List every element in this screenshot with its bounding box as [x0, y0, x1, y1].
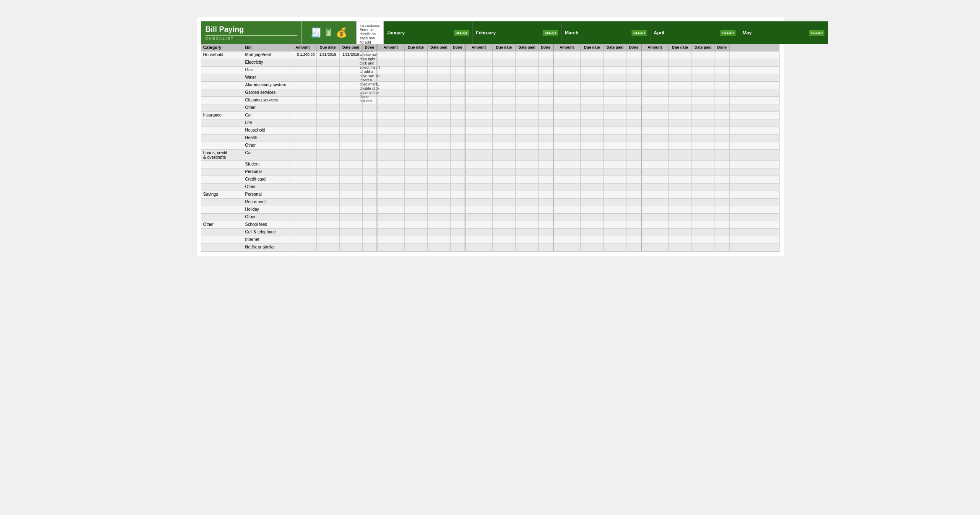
- cell-apr-datepaid[interactable]: [604, 104, 627, 111]
- cell-apr-datepaid[interactable]: [604, 67, 627, 74]
- cell-may-datepaid[interactable]: [692, 214, 715, 221]
- cell-apr-datepaid[interactable]: [604, 236, 627, 243]
- cell-feb-datepaid[interactable]: [428, 97, 451, 104]
- cell-apr-duedate[interactable]: [581, 135, 604, 142]
- cell-apr-done[interactable]: [627, 191, 642, 198]
- cell-may-datepaid[interactable]: [692, 191, 715, 198]
- cell-feb-done[interactable]: [451, 52, 465, 59]
- cell-feb-amount[interactable]: [377, 97, 405, 104]
- cell-may-amount[interactable]: [642, 89, 669, 96]
- cell-mar-datepaid[interactable]: [516, 184, 539, 191]
- cell-jan-done[interactable]: [363, 244, 377, 251]
- cell-apr-datepaid[interactable]: [604, 229, 627, 236]
- cell-jan-duedate[interactable]: [317, 161, 340, 168]
- cell-apr-duedate[interactable]: [581, 112, 604, 119]
- cell-apr-done[interactable]: [627, 214, 642, 221]
- cell-mar-done[interactable]: [539, 199, 554, 206]
- cell-may-duedate[interactable]: [669, 206, 692, 213]
- cell-may-amount[interactable]: [642, 52, 669, 59]
- cell-feb-amount[interactable]: [377, 104, 405, 111]
- cell-may-amount[interactable]: [642, 82, 669, 89]
- cell-feb-done[interactable]: [451, 214, 465, 221]
- cell-may-amount[interactable]: [642, 67, 669, 74]
- cell-mar-amount[interactable]: [465, 161, 493, 168]
- cell-mar-datepaid[interactable]: [516, 52, 539, 59]
- cell-mar-duedate[interactable]: [493, 199, 516, 206]
- cell-apr-done[interactable]: [627, 184, 642, 191]
- cell-jan-datepaid[interactable]: [340, 236, 363, 243]
- cell-jan-datepaid[interactable]: [340, 214, 363, 221]
- cell-may-datepaid[interactable]: [692, 244, 715, 251]
- cell-jan-datepaid[interactable]: [340, 67, 363, 74]
- cell-mar-amount[interactable]: [465, 214, 493, 221]
- cell-jan-duedate[interactable]: [317, 112, 340, 119]
- cell-may-done[interactable]: [715, 214, 730, 221]
- cell-feb-datepaid[interactable]: [428, 52, 451, 59]
- cell-category[interactable]: [201, 104, 243, 111]
- cell-may-done[interactable]: [715, 112, 730, 119]
- cell-apr-done[interactable]: [627, 221, 642, 228]
- cell-feb-datepaid[interactable]: [428, 82, 451, 89]
- cell-mar-datepaid[interactable]: [516, 191, 539, 198]
- cell-feb-done[interactable]: [451, 97, 465, 104]
- cell-mar-datepaid[interactable]: [516, 199, 539, 206]
- cell-mar-amount[interactable]: [465, 221, 493, 228]
- cell-feb-datepaid[interactable]: [428, 67, 451, 74]
- cell-may-datepaid[interactable]: [692, 221, 715, 228]
- cell-feb-datepaid[interactable]: [428, 184, 451, 191]
- cell-feb-duedate[interactable]: [405, 67, 428, 74]
- cell-jan-datepaid[interactable]: [340, 142, 363, 149]
- cell-apr-done[interactable]: [627, 59, 642, 66]
- cell-apr-datepaid[interactable]: [604, 59, 627, 66]
- cell-mar-amount[interactable]: [465, 67, 493, 74]
- cell-jan-amount[interactable]: [289, 67, 317, 74]
- cell-may-done[interactable]: [715, 244, 730, 251]
- cell-feb-amount[interactable]: [377, 59, 405, 66]
- cell-jan-duedate[interactable]: [317, 229, 340, 236]
- cell-feb-done[interactable]: [451, 184, 465, 191]
- cell-feb-amount[interactable]: [377, 89, 405, 96]
- cell-mar-done[interactable]: [539, 176, 554, 183]
- cell-feb-duedate[interactable]: [405, 236, 428, 243]
- cell-apr-done[interactable]: [627, 112, 642, 119]
- cell-may-done[interactable]: [715, 142, 730, 149]
- cell-mar-amount[interactable]: [465, 127, 493, 134]
- cell-feb-duedate[interactable]: [405, 119, 428, 127]
- cell-mar-duedate[interactable]: [493, 184, 516, 191]
- cell-may-duedate[interactable]: [669, 52, 692, 59]
- cell-jan-datepaid[interactable]: [340, 184, 363, 191]
- cell-feb-amount[interactable]: [377, 244, 405, 251]
- cell-apr-done[interactable]: [627, 142, 642, 149]
- cell-may-duedate[interactable]: [669, 97, 692, 104]
- cell-jan-done[interactable]: [363, 104, 377, 111]
- cell-may-datepaid[interactable]: [692, 236, 715, 243]
- cell-mar-done[interactable]: [539, 97, 554, 104]
- cell-mar-datepaid[interactable]: [516, 176, 539, 183]
- cell-may-datepaid[interactable]: [692, 168, 715, 176]
- cell-apr-amount[interactable]: [554, 161, 581, 168]
- cell-apr-done[interactable]: [627, 82, 642, 89]
- cell-jan-datepaid[interactable]: [340, 74, 363, 81]
- cell-feb-done[interactable]: [451, 82, 465, 89]
- cell-apr-done[interactable]: [627, 206, 642, 213]
- cell-jan-amount[interactable]: [289, 168, 317, 176]
- cell-may-done[interactable]: [715, 82, 730, 89]
- cell-category[interactable]: [201, 119, 243, 127]
- cell-feb-done[interactable]: [451, 199, 465, 206]
- cell-may-amount[interactable]: [642, 119, 669, 127]
- cell-may-duedate[interactable]: [669, 135, 692, 142]
- cell-apr-duedate[interactable]: [581, 119, 604, 127]
- cell-bill[interactable]: Personal: [243, 191, 289, 198]
- cell-mar-duedate[interactable]: [493, 52, 516, 59]
- cell-bill[interactable]: Other: [243, 104, 289, 111]
- cell-jan-amount[interactable]: [289, 97, 317, 104]
- cell-may-datepaid[interactable]: [692, 184, 715, 191]
- cell-jan-duedate[interactable]: [317, 89, 340, 96]
- cell-may-duedate[interactable]: [669, 150, 692, 160]
- cell-jan-amount[interactable]: [289, 104, 317, 111]
- cell-jan-done[interactable]: [363, 142, 377, 149]
- cell-mar-done[interactable]: [539, 206, 554, 213]
- cell-feb-duedate[interactable]: [405, 52, 428, 59]
- cell-jan-duedate[interactable]: [317, 104, 340, 111]
- cell-apr-done[interactable]: [627, 135, 642, 142]
